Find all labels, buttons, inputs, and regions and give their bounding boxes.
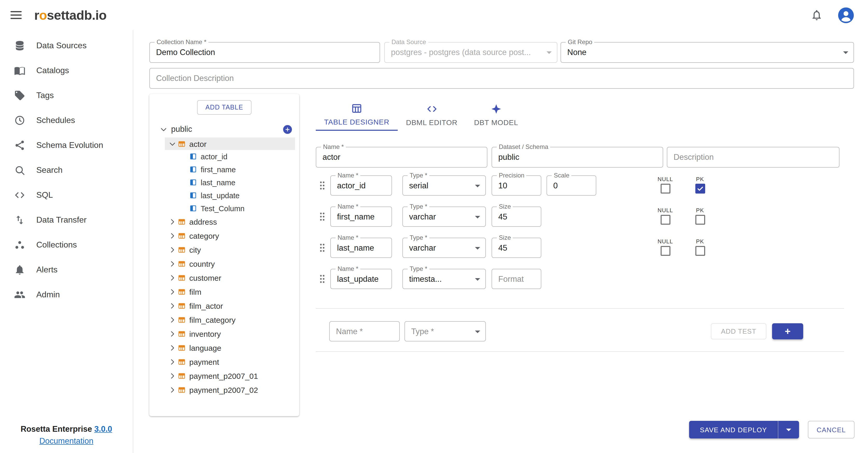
null-checkbox[interactable]: [660, 215, 670, 225]
sidebar-item-admin[interactable]: Admin: [0, 282, 133, 307]
plus-icon: [285, 126, 290, 132]
table-description-input[interactable]: [667, 147, 839, 167]
save-and-deploy-button[interactable]: SAVE AND DEPLOY: [689, 421, 778, 438]
footer-actions: SAVE AND DEPLOY: [689, 421, 799, 438]
column-name-label: Name *: [336, 172, 360, 179]
sidebar-item-sql[interactable]: SQL: [0, 183, 133, 207]
format-input[interactable]: [492, 269, 541, 288]
tree-table-film[interactable]: film: [149, 285, 299, 299]
data-source-value: postgres - postgres (data source post...: [391, 48, 531, 57]
column-type-value: timesta...: [409, 274, 442, 284]
dataset-schema-field: Dataset / Schema: [492, 147, 663, 168]
app-logo[interactable]: rosettadb.io: [34, 7, 106, 23]
save-options-dropdown-button[interactable]: [778, 421, 799, 438]
column-label: actor_id: [201, 152, 227, 161]
sidebar-item-schema-evolution[interactable]: Schema Evolution: [0, 133, 133, 158]
collection-description-field: [149, 68, 854, 89]
cancel-button[interactable]: CANCEL: [808, 421, 855, 438]
tree-column-first-name[interactable]: first_name: [149, 163, 299, 176]
tree-table-payment-p2007-02[interactable]: payment_p2007_02: [149, 383, 299, 397]
tree-column-last-name[interactable]: last_name: [149, 176, 299, 189]
tree-table-address[interactable]: address: [149, 215, 299, 229]
scale-field: Scale: [547, 175, 596, 196]
chevron-down-icon: [168, 140, 176, 148]
test-type-select[interactable]: Type *: [405, 322, 485, 341]
tree-column-actor-id[interactable]: actor_id: [149, 150, 299, 163]
sidebar-item-label: Data Transfer: [36, 215, 87, 225]
column-type-value: varchar: [409, 212, 436, 221]
tab-table-designer[interactable]: TABLE DESIGNER: [316, 98, 398, 131]
null-checkbox-group: NULL: [654, 176, 677, 194]
sidebar-item-catalogs[interactable]: Catalogs: [0, 58, 133, 83]
column-label: last_name: [201, 178, 236, 187]
column-row-first-name: Name * Type * varchar Size NULL PK: [316, 206, 844, 227]
dataset-schema-label: Dataset / Schema: [497, 143, 550, 151]
tree-table-language[interactable]: language: [149, 341, 299, 355]
tree-table-film-category[interactable]: film_category: [149, 313, 299, 327]
table-label: actor: [189, 139, 207, 148]
chevron-right-icon: [168, 288, 176, 296]
tree-column-last-update[interactable]: last_update: [149, 189, 299, 202]
notifications-icon[interactable]: [810, 9, 823, 21]
tree-table-country[interactable]: country: [149, 257, 299, 271]
tree-table-category[interactable]: category: [149, 229, 299, 243]
chevron-down-icon: [475, 330, 480, 333]
test-name-input[interactable]: [330, 322, 399, 341]
sidebar-item-collections[interactable]: Collections: [0, 232, 133, 257]
table-icon: [178, 330, 186, 338]
documentation-link[interactable]: Documentation: [39, 435, 94, 447]
tree-column-test-column[interactable]: Test_Column: [149, 202, 299, 215]
table-icon: [178, 302, 186, 310]
tree-table-inventory[interactable]: inventory: [149, 327, 299, 341]
tree-schema-public[interactable]: public: [149, 122, 299, 137]
pk-label: PK: [689, 176, 711, 182]
sidebar-item-data-sources[interactable]: Data Sources: [0, 33, 133, 58]
drag-handle-icon[interactable]: [317, 180, 328, 191]
tree-table-payment[interactable]: payment: [149, 355, 299, 369]
tab-dbt-model[interactable]: DBT MODEL: [466, 98, 527, 131]
add-test-button[interactable]: ADD TEST: [711, 323, 766, 339]
git-repo-select[interactable]: None: [561, 43, 854, 62]
pk-checkbox[interactable]: [695, 246, 705, 256]
table-icon: [178, 232, 186, 240]
add-row-button[interactable]: +: [772, 323, 803, 339]
null-checkbox[interactable]: [660, 246, 670, 256]
collection-description-input[interactable]: [150, 68, 854, 88]
tree-table-city[interactable]: city: [149, 243, 299, 257]
column-label: Test_Column: [201, 204, 245, 213]
sidebar-item-tags[interactable]: Tags: [0, 83, 133, 108]
drag-handle-icon[interactable]: [317, 274, 328, 284]
tree-table-customer[interactable]: customer: [149, 271, 299, 285]
null-checkbox[interactable]: [660, 184, 670, 194]
column-type-value: serial: [409, 181, 428, 190]
tree-table-film-actor[interactable]: film_actor: [149, 299, 299, 313]
drag-handle-icon[interactable]: [317, 242, 328, 253]
version-link[interactable]: 3.0.0: [94, 424, 112, 433]
tab-dbml-editor[interactable]: DBML EDITOR: [398, 98, 466, 131]
sidebar-item-data-transfer[interactable]: Data Transfer: [0, 207, 133, 232]
sidebar-footer: Rosetta Enterprise 3.0.0 Documentation: [0, 423, 133, 447]
sidebar-item-schedules[interactable]: Schedules: [0, 108, 133, 133]
product-name: Rosetta Enterprise: [21, 424, 92, 433]
chevron-down-icon: [160, 125, 167, 133]
sidebar-item-label: SQL: [36, 191, 53, 200]
pk-checkbox[interactable]: [695, 184, 705, 194]
tag-icon: [14, 90, 25, 101]
add-table-button[interactable]: ADD TABLE: [197, 100, 251, 115]
pk-checkbox[interactable]: [695, 215, 705, 225]
menu-icon[interactable]: [9, 8, 23, 22]
drag-handle-icon[interactable]: [317, 211, 328, 222]
column-row-last-update: Name * Type * timesta...: [316, 269, 844, 289]
collection-name-label: Collection Name *: [155, 38, 209, 46]
column-type-label: Type *: [408, 203, 429, 211]
account-avatar[interactable]: [837, 6, 855, 24]
column-label: first_name: [201, 165, 236, 174]
tree-table-payment-p2007-01[interactable]: payment_p2007_01: [149, 369, 299, 383]
add-table-plus-button[interactable]: [283, 125, 292, 134]
pk-label: PK: [689, 238, 711, 245]
sidebar-item-search[interactable]: Search: [0, 158, 133, 183]
sidebar-item-label: Admin: [36, 290, 60, 300]
sidebar-item-alerts[interactable]: Alerts: [0, 257, 133, 282]
chevron-down-icon: [475, 247, 480, 249]
tree-table-actor-selected[interactable]: actor: [165, 138, 295, 150]
